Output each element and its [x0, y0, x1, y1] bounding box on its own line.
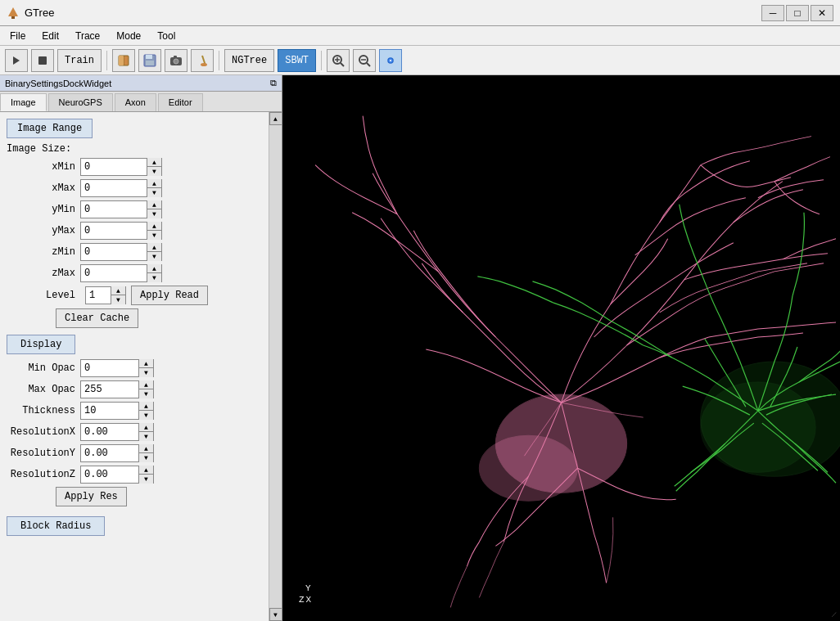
menu-tool[interactable]: Tool — [151, 29, 182, 43]
thickness-down[interactable]: ▼ — [139, 411, 153, 420]
resy-up[interactable]: ▲ — [139, 444, 153, 453]
thickness-input[interactable] — [81, 403, 138, 419]
scroll-up-arrow[interactable]: ▲ — [269, 112, 282, 125]
display-button[interactable]: Display — [7, 335, 75, 354]
save-button[interactable] — [138, 49, 161, 72]
zmin-input[interactable] — [81, 244, 147, 260]
resz-input[interactable] — [81, 466, 138, 483]
thickness-spinbox[interactable]: ▲ ▼ — [80, 402, 154, 420]
zmin-up[interactable]: ▲ — [147, 243, 161, 252]
x-axis-label: X — [306, 595, 312, 605]
ymin-down[interactable]: ▼ — [147, 209, 161, 218]
resy-down[interactable]: ▼ — [139, 453, 153, 462]
svg-point-14 — [201, 63, 207, 66]
dock-title: BinarySettingsDockWidget — [5, 79, 111, 88]
min-opac-down[interactable]: ▼ — [139, 368, 153, 377]
zmin-spinbox[interactable]: ▲ ▼ — [80, 243, 162, 261]
ymax-up[interactable]: ▲ — [147, 222, 161, 231]
xmax-input[interactable] — [81, 180, 147, 196]
broom-button[interactable] — [191, 49, 214, 72]
menu-edit[interactable]: Edit — [35, 29, 65, 43]
zmax-down[interactable]: ▼ — [147, 273, 161, 282]
image-range-button[interactable]: Image Range — [7, 119, 93, 138]
train-button[interactable]: Train — [57, 49, 102, 72]
zmin-row: zMin ▲ ▼ — [7, 243, 262, 261]
resx-input[interactable] — [81, 424, 138, 440]
tab-image[interactable]: Image — [0, 93, 47, 111]
scroll-track[interactable] — [269, 125, 282, 608]
ymin-up[interactable]: ▲ — [147, 200, 161, 209]
resz-spinbox[interactable]: ▲ ▼ — [80, 466, 154, 484]
zoom-out-button[interactable] — [353, 49, 376, 72]
ymax-input[interactable] — [81, 223, 147, 239]
xmin-down[interactable]: ▼ — [147, 167, 161, 176]
ymin-row: yMin ▲ ▼ — [7, 200, 262, 218]
maximize-button[interactable]: □ — [786, 5, 809, 21]
resz-down[interactable]: ▼ — [139, 475, 153, 484]
xmin-input[interactable] — [81, 159, 147, 175]
level-down[interactable]: ▼ — [111, 295, 125, 304]
zmax-up[interactable]: ▲ — [147, 264, 161, 273]
dock-restore-icon[interactable]: ⧉ — [270, 78, 277, 88]
zmax-input[interactable] — [81, 265, 147, 281]
book-button[interactable] — [112, 49, 135, 72]
ymax-down[interactable]: ▼ — [147, 231, 161, 240]
panel-content: Image Range Image Size: xMin ▲ ▼ — [0, 112, 269, 621]
xmin-spinbox[interactable]: ▲ ▼ — [80, 158, 162, 176]
ngtree-button[interactable]: NGTree — [224, 49, 274, 72]
tab-axon[interactable]: Axon — [115, 93, 156, 111]
clear-cache-button[interactable]: Clear Cache — [56, 308, 138, 328]
max-opac-spinbox[interactable]: ▲ ▼ — [80, 380, 154, 398]
canvas-area: Y Z X ⟋ — [282, 75, 840, 621]
tab-neurogps[interactable]: NeuroGPS — [48, 93, 113, 111]
resx-spinbox[interactable]: ▲ ▼ — [80, 423, 154, 441]
resy-input[interactable] — [81, 445, 138, 461]
zmin-down[interactable]: ▼ — [147, 252, 161, 261]
block-radius-button[interactable]: Block Radius — [7, 516, 105, 536]
minimize-button[interactable]: ─ — [761, 5, 784, 21]
resy-spinbox[interactable]: ▲ ▼ — [80, 444, 154, 462]
stop-button[interactable] — [31, 49, 54, 72]
max-opac-up[interactable]: ▲ — [139, 380, 153, 389]
xmax-spinbox[interactable]: ▲ ▼ — [80, 179, 162, 197]
thickness-up[interactable]: ▲ — [139, 402, 153, 411]
eye-button[interactable] — [379, 49, 402, 72]
resize-handle[interactable]: ⟋ — [830, 610, 838, 619]
play-button[interactable] — [5, 49, 28, 72]
level-spinbox[interactable]: ▲ ▼ — [85, 286, 126, 304]
tree-icon — [7, 7, 20, 20]
max-opac-down[interactable]: ▼ — [139, 389, 153, 398]
min-opac-spinbox[interactable]: ▲ ▼ — [80, 359, 154, 377]
tab-editor[interactable]: Editor — [158, 93, 203, 111]
sbwt-button[interactable]: SBWT — [278, 49, 316, 72]
ymax-spinbox[interactable]: ▲ ▼ — [80, 222, 162, 240]
menu-trace[interactable]: Trace — [69, 29, 106, 43]
min-opac-input[interactable] — [81, 360, 138, 376]
svg-rect-25 — [282, 92, 840, 605]
xmax-up[interactable]: ▲ — [147, 179, 161, 188]
z-axis-label: Z — [299, 595, 305, 605]
xmax-down[interactable]: ▼ — [147, 188, 161, 197]
resz-up[interactable]: ▲ — [139, 466, 153, 475]
close-button[interactable]: ✕ — [811, 5, 833, 21]
menu-file[interactable]: File — [3, 29, 32, 43]
toolbar: Train NGTree SBWT — [0, 46, 840, 75]
level-input[interactable] — [86, 287, 111, 304]
apply-res-button[interactable]: Apply Res — [56, 487, 127, 506]
min-opac-up[interactable]: ▲ — [139, 359, 153, 368]
camera-button[interactable] — [165, 49, 187, 72]
zoom-in-button[interactable] — [327, 49, 350, 72]
ymin-spinbox[interactable]: ▲ ▼ — [80, 200, 162, 218]
min-opac-arrows: ▲ ▼ — [138, 359, 153, 377]
apply-read-button[interactable]: Apply Read — [131, 286, 208, 305]
xmin-up[interactable]: ▲ — [147, 158, 161, 167]
zmax-spinbox[interactable]: ▲ ▼ — [80, 264, 162, 282]
max-opac-input[interactable] — [81, 381, 138, 398]
resx-up[interactable]: ▲ — [139, 423, 153, 432]
scroll-down-arrow[interactable]: ▼ — [269, 608, 282, 621]
level-arrows: ▲ ▼ — [111, 286, 125, 304]
resx-down[interactable]: ▼ — [139, 432, 153, 441]
menu-mode[interactable]: Mode — [110, 29, 147, 43]
level-up[interactable]: ▲ — [111, 286, 125, 295]
ymin-input[interactable] — [81, 201, 147, 218]
